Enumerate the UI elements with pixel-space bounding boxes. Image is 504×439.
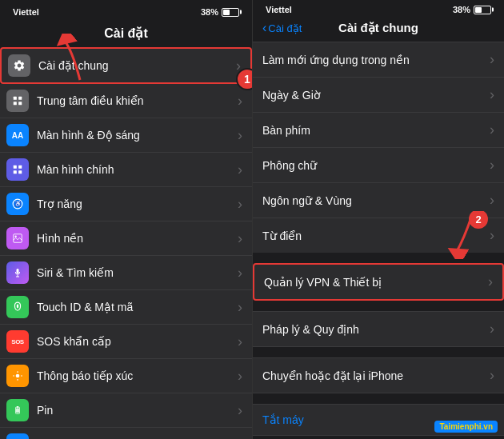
badge-1: 1 [236,68,252,90]
settings-item-trung-tam[interactable]: Trung tâm điều khiển [0,84,252,118]
label-ban-phim: Bàn phím [262,124,490,137]
status-bar-right: Viettel 38% [253,0,504,18]
settings-item-sos[interactable]: SOS SOS khẩn cấp [0,325,252,359]
section-gap-2 [253,304,504,311]
chevron-chuyen-dat-lai [490,367,494,384]
chevron-man-hinh-chinh [238,162,242,178]
label-chuyen-dat-lai: Chuyển hoặc đặt lại iPhone [262,369,490,382]
label-tu-dien: Từ điển [262,229,490,242]
settings-item-pin[interactable]: Pin [0,393,252,428]
chevron-sos [238,333,242,350]
settings-item-ngon-ngu[interactable]: Ngôn ngữ & Vùng [253,183,504,218]
chevron-phap-ly [490,321,494,337]
label-sos: SOS khẩn cấp [37,335,238,348]
icon-trung-tam [6,90,29,112]
watermark-text: Taimienphi.vn [439,422,493,431]
label-ngay-gio: Ngày & Giờ [262,89,490,102]
icon-pin [6,399,29,421]
settings-item-ngay-gio[interactable]: Ngày & Giờ [253,78,504,113]
battery-percent-left: 38% [201,7,218,17]
section-4: Chuyển hoặc đặt lại iPhone [253,357,504,393]
settings-item-quyen-rieng-tu[interactable]: Quyền riêng tư [0,428,252,439]
chevron-quyen-rieng-tu [238,437,242,440]
svg-rect-6 [14,170,17,174]
chevron-thong-bao [238,368,242,385]
icon-man-hinh-do-sang: AA [6,124,29,146]
settings-item-cai-dat-chung[interactable]: Cài đặt chung 1 [0,47,252,84]
nav-header-right: ‹ Cài đặt Cài đặt chung [253,18,504,42]
svg-rect-4 [14,166,17,169]
icon-man-hinh-chinh [6,158,29,181]
icon-sos: SOS [6,330,29,353]
svg-text:♿: ♿ [14,200,22,207]
svg-rect-1 [18,97,22,100]
label-phong-chu: Phông chữ [262,159,490,172]
label-ngon-ngu: Ngôn ngữ & Vùng [262,194,490,207]
settings-item-man-hinh-chinh[interactable]: Màn hình chính [0,153,252,187]
icon-quyen-rieng-tu [6,433,29,439]
settings-item-lam-moi[interactable]: Làm mới ứng dụng trong nền [253,42,504,78]
chevron-man-hinh-do-sang [238,127,242,144]
section-3: Pháp lý & Quy định [253,311,504,347]
section-1: Làm mới ứng dụng trong nền Ngày & Giờ Bà… [253,42,504,253]
chevron-siri [238,265,242,281]
svg-rect-10 [14,234,22,243]
section-gap-4 [253,397,504,404]
label-trung-tam: Trung tâm điều khiển [37,94,238,107]
svg-point-14 [16,374,20,378]
settings-item-touch-id[interactable]: Touch ID & Mật mã [0,290,252,325]
battery-icon-right [474,6,491,14]
svg-rect-22 [17,406,18,408]
back-label: Cài đặt [268,22,302,34]
settings-item-man-hinh-do-sang[interactable]: AA Màn hình & Độ sáng [0,118,252,153]
section-gap-1 [253,256,504,263]
chevron-ban-phim [490,122,494,138]
label-phap-ly: Pháp lý & Quy định [262,323,490,336]
label-hinh-nen: Hình nền [37,232,238,245]
right-screen-title: Cài đặt chung [338,21,418,35]
chevron-ngon-ngu [490,192,494,209]
back-arrow-icon: ‹ [262,21,266,35]
label-siri: Siri & Tìm kiếm [37,266,238,279]
settings-item-thong-bao[interactable]: Thông báo tiếp xúc [0,359,252,393]
settings-item-phong-chu[interactable]: Phông chữ [253,148,504,183]
status-right-left: 38% [201,7,239,17]
label-cai-dat-chung: Cài đặt chung [38,59,236,72]
label-man-hinh-chinh: Màn hình chính [37,163,238,176]
battery-icon-left [222,8,239,17]
settings-list-left: Cài đặt chung 1 Trung [0,47,252,439]
left-screen-title: Cài đặt [0,22,252,47]
label-lam-moi: Làm mới ứng dụng trong nền [262,54,490,66]
label-touch-id: Touch ID & Mật mã [37,301,238,313]
label-man-hinh-do-sang: Màn hình & Độ sáng [37,129,238,142]
icon-tro-nang: ♿ [6,193,29,215]
settings-item-quan-ly-vpn[interactable]: Quản lý VPN & Thiết bị [253,263,504,301]
chevron-quan-ly-vpn [488,273,493,290]
svg-rect-5 [18,166,22,169]
chevron-tro-nang [238,196,242,213]
svg-rect-21 [16,409,19,413]
svg-rect-0 [14,97,17,100]
settings-item-chuyen-dat-lai[interactable]: Chuyển hoặc đặt lại iPhone [253,357,504,393]
settings-item-hinh-nen[interactable]: Hình nền [0,221,252,256]
section-gap-3 [253,350,504,357]
icon-siri [6,261,29,284]
status-bar-left: Viettel 38% [0,0,252,22]
settings-item-phap-ly[interactable]: Pháp lý & Quy định [253,311,504,347]
settings-item-tro-nang[interactable]: ♿ Trợ năng [0,187,252,221]
chevron-lam-moi [490,51,494,68]
svg-point-11 [15,236,17,237]
back-button[interactable]: ‹ Cài đặt [262,21,302,35]
chevron-tu-dien [490,227,494,244]
settings-item-tu-dien[interactable]: Từ điển [253,218,504,253]
left-phone-screen: Viettel 38% Cài đặt Cài đặt chung 1 [0,0,252,439]
svg-rect-3 [18,102,22,105]
label-thong-bao: Thông báo tiếp xúc [37,369,238,382]
settings-item-siri[interactable]: Siri & Tìm kiếm [0,256,252,290]
icon-cai-dat-chung [8,54,30,77]
settings-item-ban-phim[interactable]: Bàn phím [253,113,504,148]
chevron-touch-id [238,299,242,316]
section-2: Quản lý VPN & Thiết bị 2 [253,263,504,301]
status-right-right: 38% [453,5,491,14]
label-pin: Pin [37,404,238,417]
